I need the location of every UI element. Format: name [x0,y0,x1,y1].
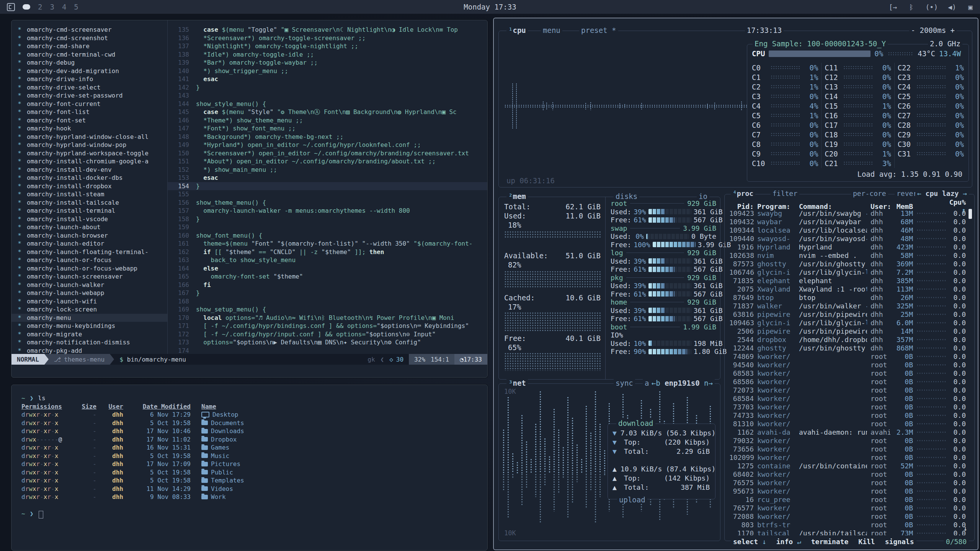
terminate-action[interactable]: terminate [811,538,849,546]
workspace-button[interactable]: 4 [62,3,66,11]
file-item[interactable]: * omarchy-install-chromium-google-a [11,157,167,166]
process-row[interactable]: 102099 kworker/ root 0B 0.0 [729,453,966,461]
process-row[interactable]: 68586 kworker/ root 0B 0.0 [729,377,966,386]
file-item[interactable]: * omarchy-install-vscode [11,215,167,223]
file-item[interactable]: * omarchy-cmd-screensaver [11,26,167,34]
kill-action[interactable]: Kill [858,538,875,546]
file-item[interactable]: * omarchy-cmd-terminal-cwd [11,51,167,59]
file-item[interactable]: * omarchy-dev-add-migration [11,67,167,75]
file-item[interactable]: * omarchy-hyprland-window-pop [11,141,167,149]
process-row[interactable]: 2075 Xwayland Xwayland :1 -rootless - dh… [729,285,966,293]
file-item[interactable]: * omarchy-launch-editor [11,240,167,248]
filter-button[interactable]: filter [771,189,799,197]
process-row[interactable]: 1170 tailscal /usr/sbin/tailscaled -- ro… [729,529,966,535]
file-item[interactable]: * omarchy-drive-set-password [11,91,167,100]
file-item[interactable]: * omarchy-install-dropbox [11,182,167,191]
file-list-pane[interactable]: * omarchy-cmd-screensaver * omarchy-cmd-… [11,20,168,354]
file-item[interactable]: * omarchy-install-dev-env [11,166,167,174]
process-row[interactable]: 102638 nvim nvim --embed . dhh 58M 0.0 [729,251,966,259]
workspace-button[interactable]: 3 [50,3,54,11]
process-row[interactable]: 71837 walker /usr/bin/walker --gappl dhh… [729,302,966,310]
process-row[interactable]: 74733 kworker/ root 0B 0.0 [729,411,966,419]
active-app-icon[interactable] [7,3,15,11]
process-row[interactable]: 1916 Hyprland Hyprland dhh 423M 0.0 [729,243,966,251]
file-item[interactable]: * omarchy-drive-info [11,75,167,83]
net-interface-switcher[interactable]: ←b enp191s0 n→ [650,379,715,387]
file-item[interactable]: * omarchy-font-current [11,100,167,108]
cpu-tab[interactable]: ¹cpu [506,26,528,34]
file-item[interactable]: * omarchy-drive-select [11,83,167,92]
file-item[interactable]: * omarchy-debug [11,59,167,67]
process-row[interactable]: 73703 kworker/ root 0B 0.0 [729,403,966,411]
file-item[interactable]: * omarchy-install-docker-dbs [11,174,167,182]
select-action[interactable]: select ↓ [733,538,766,546]
code-pane[interactable]: 135 case $(menu "Toggle" "▣ Screensaver\… [168,20,487,354]
process-row[interactable]: 106746 glycin-i /usr/lib/glycin-loaders … [729,268,966,276]
process-list[interactable]: 109423 swaybg /usr/bin/swaybg -i /hom dh… [729,209,966,535]
refresh-rate-control[interactable]: - 2000ms + [909,26,957,34]
process-row[interactable]: 2544 dropbox /home/dhh/.dropbox-dist dhh… [729,335,966,344]
process-row[interactable]: 74869 kworker/ root 0B 0.0 [729,352,966,360]
clock[interactable]: Monday 17:33 [464,3,516,11]
prompt-line-active[interactable]: ~❯ [21,510,487,518]
file-item[interactable]: * omarchy-pkg-add [11,347,167,354]
tray-icon[interactable]: [→ [889,3,897,11]
workspace-button[interactable]: 5 [74,3,78,11]
file-item[interactable]: * omarchy-launch-browser [11,231,167,240]
process-row[interactable]: 79032 kworker/ root 0B 0.0 [729,436,966,445]
tray-icon[interactable]: (•) [925,3,938,11]
process-row[interactable]: 63816 pipewire /usr/bin/pipewire dhh 25M… [729,310,966,318]
file-item[interactable]: * omarchy-hyprland-window-close-all [11,133,167,141]
process-row[interactable]: 109423 swaybg /usr/bin/swaybg -i /hom dh… [729,209,966,217]
file-item[interactable]: * omarchy-menu-keybindings [11,322,167,330]
file-item[interactable]: * omarchy-migrate [11,330,167,339]
process-row[interactable]: 68584 kworker/ root 0B 0.0 [729,394,966,403]
file-item[interactable]: * omarchy-notification-dismiss [11,338,167,347]
process-row[interactable]: 87573 ghostty /usr/bin/ghostty --gtk- dh… [729,259,966,268]
file-item[interactable]: * omarchy-launch-webapp [11,289,167,297]
proc-scrollbar-thumb[interactable] [969,209,972,219]
process-row[interactable]: 68402 kworker/ root 0B 0.0 [729,470,966,478]
file-item[interactable]: * omarchy-launch-or-focus [11,256,167,264]
process-row[interactable]: 16 rcu_pree root 0B 0.0 [729,495,966,504]
file-item[interactable]: * omarchy-font-set [11,116,167,125]
file-item[interactable]: * omarchy-cmd-screenshot [11,34,167,42]
file-item[interactable]: * omarchy-hook [11,124,167,133]
file-item[interactable]: * omarchy-launch-floating-terminal- [11,248,167,256]
tray-icon[interactable]: ᛒ [907,3,915,11]
net-sync-toggle[interactable]: sync [614,379,635,387]
process-row[interactable]: 72088 kworker/ root 0B 0.0 [729,512,966,520]
process-row[interactable]: 71835 elephant elephant dhh 385M 0.0 [729,276,966,285]
file-item[interactable]: * omarchy-launch-or-focus-webapp [11,264,167,273]
menu-button[interactable]: menu [541,26,562,34]
file-item[interactable]: * omarchy-lock-screen [11,305,167,314]
file-item[interactable]: * omarchy-install-terminal [11,207,167,215]
process-row[interactable]: 72073 kworker/ root 0B 0.0 [729,386,966,394]
tray-icon[interactable]: ◀) [948,3,956,11]
process-row[interactable]: 68583 kworker/ root 0B 0.0 [729,369,966,377]
process-row[interactable]: 87649 btop btop dhh 26M 0.0 [729,293,966,302]
process-row[interactable]: 109432 waybar /usr/bin/waybar dhh 68M 0.… [729,217,966,226]
net-tab[interactable]: ³net [506,379,528,387]
proc-scrollbar[interactable] [969,209,972,535]
sort-selector[interactable]: ← cpu lazy → [915,189,969,197]
process-row[interactable]: 109440 swayosd- /usr/bin/swayosd-server … [729,234,966,243]
process-row[interactable]: 109463 glycin-i /usr/lib/glycin-loaders … [729,318,966,327]
file-item[interactable]: * omarchy-launch-about [11,223,167,231]
info-action[interactable]: info ↵ [776,538,801,546]
file-item[interactable]: * omarchy-cmd-share [11,42,167,51]
preset-button[interactable]: preset * [579,26,618,34]
vim-command-line[interactable] [11,365,487,377]
workspace-button[interactable]: 2 [38,3,42,11]
per-core-toggle[interactable]: per-core [851,189,888,197]
file-item[interactable]: * omarchy-launch-screensaver [11,272,167,281]
file-item[interactable]: * omarchy-install-steam [11,190,167,199]
file-item[interactable]: * omarchy-menu [11,314,167,322]
file-item[interactable]: * omarchy-install-tailscale [11,199,167,207]
process-row[interactable]: 12244 ghostty /usr/bin/ghostty --gtk- dh… [729,344,966,352]
process-row[interactable]: 1275 containe /usr/bin/containerd root 5… [729,461,966,470]
workspace-1-active[interactable] [23,4,30,10]
process-row[interactable]: 76575 kworker/ root 0B 0.0 [729,478,966,487]
tray-icon[interactable]: ▣ [966,3,975,11]
file-item[interactable]: * omarchy-launch-wifi [11,297,167,306]
